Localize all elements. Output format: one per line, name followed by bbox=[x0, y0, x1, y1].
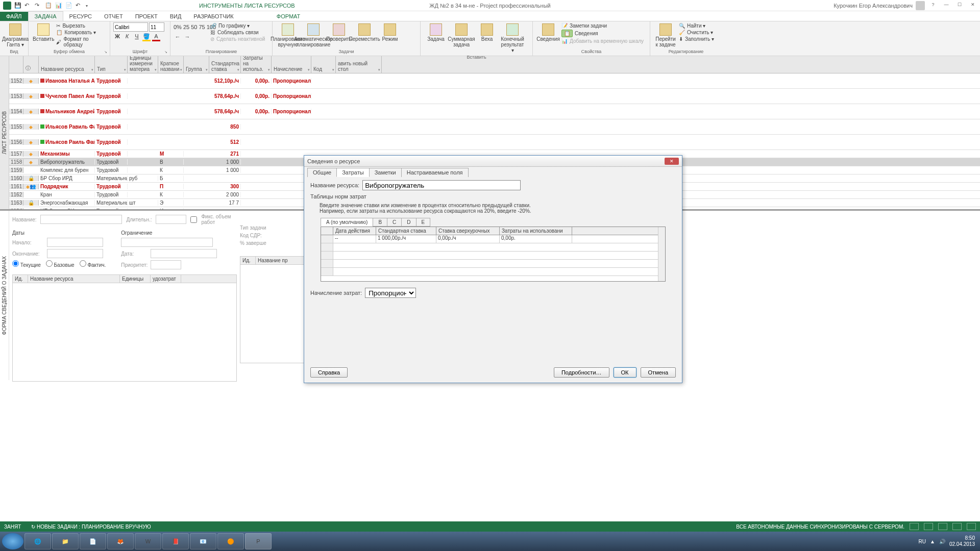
rate-tab-c[interactable]: C bbox=[387, 218, 402, 227]
rt-col-std[interactable]: Стандартная ставка bbox=[376, 227, 436, 235]
tb-explorer[interactable]: 📁 bbox=[52, 533, 79, 549]
close-icon[interactable]: ✕ bbox=[968, 2, 978, 9]
undo2-icon[interactable] bbox=[76, 2, 83, 9]
dialog-close-button[interactable]: ✕ bbox=[665, 158, 679, 165]
pct50-icon[interactable]: 50 bbox=[191, 24, 197, 32]
tb-lang[interactable]: RU bbox=[919, 539, 926, 544]
tb-clock[interactable]: 8:50 02.04.2013 bbox=[949, 535, 975, 547]
view-usage-icon[interactable] bbox=[924, 523, 933, 530]
form-duration-input[interactable] bbox=[156, 215, 186, 224]
fill-color-button[interactable]: 🪣 bbox=[142, 33, 151, 41]
help-button[interactable]: Справка bbox=[310, 367, 348, 378]
view-team-icon[interactable] bbox=[938, 523, 947, 530]
fixed-checkbox[interactable] bbox=[190, 216, 197, 223]
rate-tab-b[interactable]: B bbox=[373, 218, 387, 227]
view-gantt-icon[interactable] bbox=[910, 523, 919, 530]
tab-task[interactable]: ЗАДАЧА bbox=[28, 11, 63, 21]
rate-tab-e[interactable]: E bbox=[416, 218, 431, 227]
scroll-to-button[interactable]: Перейти к задаче bbox=[653, 22, 678, 48]
rt-col-per[interactable]: Затраты на использовани bbox=[500, 227, 572, 235]
deliverable-button[interactable]: Конечный результат ▾ bbox=[500, 22, 525, 54]
tb-project[interactable]: P bbox=[245, 533, 272, 549]
rate-scrollbar[interactable] bbox=[658, 227, 665, 281]
priority-input[interactable] bbox=[151, 260, 181, 269]
cancel-button[interactable]: Отмена bbox=[641, 367, 676, 378]
col-unit[interactable]: Единицы измерени материа bbox=[128, 56, 158, 73]
dtab-notes[interactable]: Заметки bbox=[369, 168, 402, 177]
end-input[interactable] bbox=[47, 249, 103, 258]
details-button[interactable]: 📋Сведения bbox=[561, 29, 644, 38]
qat-icon-6[interactable]: 📄 bbox=[65, 2, 72, 9]
tb-tray-up-icon[interactable]: ▲ bbox=[930, 539, 935, 544]
tab-report[interactable]: ОТЧЕТ bbox=[98, 12, 129, 21]
by-schedule-button[interactable]: 🔗По графику ▾ bbox=[210, 22, 265, 29]
dtab-general[interactable]: Общие bbox=[307, 168, 337, 177]
italic-button[interactable]: К bbox=[123, 33, 131, 41]
qat-icon-5[interactable]: 📊 bbox=[55, 2, 62, 9]
task-button[interactable]: Задача bbox=[424, 22, 448, 54]
pct75-icon[interactable]: 75 bbox=[199, 24, 205, 32]
avatar[interactable] bbox=[916, 1, 925, 10]
tb-app2[interactable]: 🟠 bbox=[217, 533, 244, 549]
rate-table[interactable]: Дата действия Стандартная ставка Ставка … bbox=[321, 227, 666, 282]
col-new[interactable]: авить новый стол bbox=[336, 56, 382, 73]
clipboard-launcher[interactable]: ↘ bbox=[104, 50, 109, 55]
fill-button[interactable]: ⬇Заполнить ▾ bbox=[679, 36, 714, 42]
rt-col-ovt[interactable]: Ставка сверхурочных bbox=[436, 227, 500, 235]
respect-links-button[interactable]: ⛓Соблюдать связи bbox=[210, 29, 265, 36]
font-color-button[interactable]: A bbox=[152, 33, 160, 41]
col-indicator[interactable]: ⓘ bbox=[23, 56, 39, 73]
find-button[interactable]: 🔍Найти ▾ bbox=[679, 22, 714, 29]
constraint-date-input[interactable] bbox=[151, 249, 217, 258]
undo-icon[interactable] bbox=[24, 2, 32, 9]
col-rate[interactable]: Стандартна ставка bbox=[209, 56, 241, 73]
pct0-icon[interactable]: 0% bbox=[174, 24, 182, 32]
ok-button[interactable]: ОК bbox=[614, 367, 636, 378]
status-newtasks[interactable]: ↻ НОВЫЕ ЗАДАЧИ : ПЛАНИРОВАНИЕ ВРУЧНУЮ bbox=[31, 524, 151, 530]
start-input[interactable] bbox=[47, 238, 103, 247]
accrual-select[interactable]: Пропорциона bbox=[365, 288, 416, 298]
tb-app1[interactable]: 📄 bbox=[80, 533, 106, 549]
col-name[interactable]: Название ресурса bbox=[39, 56, 95, 73]
format-painter-button[interactable]: 🖌Формат по образцу bbox=[56, 36, 107, 48]
rt-col-date[interactable]: Дата действия bbox=[333, 227, 376, 235]
font-size-input[interactable] bbox=[149, 22, 164, 32]
start-button[interactable] bbox=[2, 533, 23, 549]
col-short[interactable]: Краткое названи bbox=[158, 56, 184, 73]
col-group[interactable]: Группа bbox=[184, 56, 209, 73]
table-row[interactable]: 1152Иванова Наталья АлександровнаТрудово… bbox=[9, 73, 980, 89]
col-rownum[interactable] bbox=[9, 56, 23, 73]
rate-row[interactable]: -- 1 000,00р./ч 0,00р./ч 0,00р. bbox=[321, 235, 665, 243]
help-icon[interactable]: ? bbox=[928, 2, 938, 9]
col-accr[interactable]: Начисление bbox=[272, 56, 311, 73]
dialog-titlebar[interactable]: Сведения о ресурсе ✕ bbox=[304, 156, 682, 167]
inspect-button[interactable]: Проверить bbox=[327, 22, 351, 48]
minimize-icon[interactable]: — bbox=[941, 2, 951, 9]
rate-tab-a[interactable]: A (по умолчанию) bbox=[321, 218, 373, 227]
qat-icon-4[interactable]: 📋 bbox=[45, 2, 52, 9]
font-name-input[interactable] bbox=[113, 22, 148, 32]
dtab-custom[interactable]: Настраиваемые поля bbox=[401, 168, 469, 177]
info-button[interactable]: Сведения bbox=[536, 22, 560, 48]
table-row[interactable]: 1155Ильясов Равиль ФанильевичТрудовой850 bbox=[9, 119, 980, 135]
tab-project[interactable]: ПРОЕКТ bbox=[129, 12, 164, 21]
tb-volume-icon[interactable]: 🔊 bbox=[939, 539, 945, 544]
radio-baseline[interactable]: Базовые bbox=[46, 260, 75, 268]
col-code[interactable]: Код bbox=[311, 56, 336, 73]
indent-icon[interactable]: → bbox=[183, 34, 191, 42]
pct25-icon[interactable]: 25 bbox=[183, 24, 189, 32]
save-icon[interactable] bbox=[14, 2, 21, 9]
table-row[interactable]: 1156Ильясов Раиль ФанилевичТрудовой512 bbox=[9, 135, 980, 150]
view-sheet-icon[interactable] bbox=[952, 523, 962, 530]
tb-acrobat[interactable]: 📕 bbox=[162, 533, 189, 549]
tab-resource[interactable]: РЕСУРС bbox=[63, 12, 98, 21]
radio-current[interactable]: Текущие bbox=[12, 260, 41, 268]
tb-firefox[interactable]: 🦊 bbox=[107, 533, 134, 549]
underline-button[interactable]: Ч bbox=[133, 33, 141, 41]
dlg-name-input[interactable] bbox=[362, 180, 521, 190]
maximize-icon[interactable]: ☐ bbox=[954, 2, 965, 9]
table-row[interactable]: 1154Мыльников АндрейТрудовой578,64р./ч0,… bbox=[9, 104, 980, 119]
tb-word[interactable]: W bbox=[135, 533, 161, 549]
milestone-button[interactable]: Веха bbox=[475, 22, 499, 54]
move-button[interactable]: Переместить bbox=[352, 22, 377, 48]
